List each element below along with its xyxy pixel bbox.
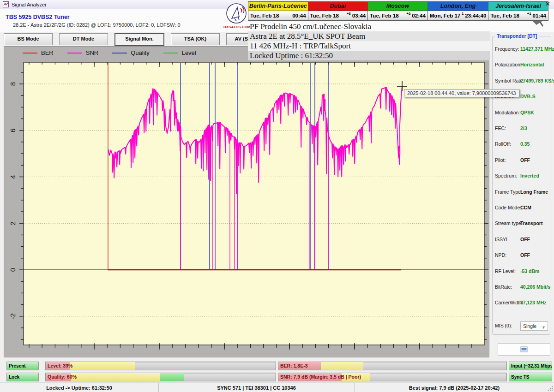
input-rate-box: Input (~32,31 Mbps) [509, 362, 552, 370]
tp-label: Stream type: [495, 220, 523, 226]
legend-label: Quality [131, 49, 149, 56]
tp-row-polarization-: Polarization:Horizontal [495, 62, 549, 68]
clock-city: Berlin-Paris-Lučenec [248, 2, 308, 11]
tp-label: Code Mode: [495, 205, 521, 210]
legend-item-ber: BER [23, 49, 54, 56]
mis-value: Single [523, 323, 536, 329]
clock-jerusalem-israel: Jerusalem-IsraelTue, Feb 18+101:44 [488, 1, 548, 21]
clock-utc-offset: +1 [527, 12, 531, 16]
mis-select[interactable]: Single ▼ [520, 321, 548, 331]
tp-label: Symbol Rate: [495, 78, 524, 83]
clock-city: Moscow [368, 2, 428, 11]
tp-label: Spectrum: [495, 173, 517, 178]
ber-seg-yellow [321, 362, 363, 370]
clock-london-eng: London, EngMon, Feb 17-123:44:40 [428, 1, 489, 21]
tp-label: Modulation: [495, 110, 520, 115]
legend-label: Level [182, 49, 196, 56]
quality-seg-yellow [71, 373, 160, 381]
tp-label: Frame Type: [495, 189, 522, 195]
tp-value: QPSK [520, 110, 534, 115]
tp-value: 37,123 MHz [520, 300, 547, 305]
signal-analyzer-window: { "app": {"title": "Signal Analyzer", "c… [0, 0, 554, 392]
tp-row-rolloff-: RollOff:0.35 [495, 141, 549, 148]
clock-utc-offset: +3 [347, 12, 351, 16]
snr-meter: SNR: 7,9 dB (Margin: 3,5 dB | Poor) [278, 373, 507, 381]
mis-label: MIS (0): [495, 323, 512, 328]
tp-value: Inverted [520, 173, 539, 178]
satellite-dish-logo-icon [225, 3, 247, 24]
level-seg-yellow [70, 362, 135, 370]
world-clocks: Berlin-Paris-LučenecTue, Feb 1800:44Duba… [248, 1, 548, 21]
legend-swatch [67, 53, 82, 53]
clock-berlin-paris-lu-enec: Berlin-Paris-LučenecTue, Feb 1800:44 [248, 1, 308, 21]
chart-legend: BERSNRQualityLevel [23, 49, 196, 56]
tp-label: Pilot: [495, 157, 506, 163]
clock-date: Tue, Feb 18 [310, 13, 347, 18]
header-line-freq: 11 426 MHz-H : TRP/TalkSport [248, 41, 490, 51]
tp-label: CarrierWidth: [495, 300, 524, 305]
clock-city: Jerusalem-Israel [488, 2, 548, 11]
quality-seg-green [160, 373, 184, 381]
clock-time: 02:44 [412, 13, 425, 18]
window-title: Signal Analyzer [12, 2, 47, 7]
tp-row-stream-type-: Stream type:Transport [495, 220, 549, 227]
level-meter: Level: 39% [45, 362, 276, 370]
tp-value: 40,206 Mbit/s [520, 284, 550, 290]
tp-row-bitrate-: BitRate:40,206 Mbit/s [495, 284, 549, 291]
ber-meter: BER: 1,8E-3 [278, 362, 507, 370]
tp-label: BitRate: [495, 284, 512, 290]
header-line-beam: Astra 2E at 28.5°E_UK SPOT Beam [248, 31, 490, 41]
tp-value: -53 dBm [520, 268, 539, 274]
tab-bs-mode[interactable]: BS Mode [4, 33, 53, 45]
legend-item-level: Level [163, 49, 196, 56]
y-tick-label: -2 [9, 313, 17, 319]
clock-utc-offset: -1 [460, 12, 464, 16]
tp-row-carrierwidth-: CarrierWidth:37,123 MHz [495, 300, 549, 306]
tp-row-issyi: ISSYIOFF [495, 237, 549, 243]
tp-label: RF Level: [495, 268, 516, 274]
clock-date: Tue, Feb 18 [250, 13, 291, 18]
tp-label: NPD: [495, 252, 506, 258]
clock-time: 23:44:40 [465, 13, 486, 18]
tp-label: RollOff: [495, 141, 511, 147]
clock-time: 00:44 [292, 13, 306, 18]
tab-dt-mode[interactable]: DT Mode [59, 33, 108, 45]
clock-date: Tue, Feb 18 [370, 13, 406, 18]
tp-row-symbol-rate-: Symbol Rate:27499,789 KS/s [495, 78, 549, 84]
y-tick-label: 6 [9, 129, 17, 132]
list-icon [520, 346, 528, 352]
legend-swatch [23, 53, 37, 53]
mode-tabs: BS ModeDT ModeSignal Mon.TSA (OK)AV (Sto… [4, 33, 275, 46]
antenna-header: PF Prodelin 450 cm/Lučenec-Slovakia Astr… [248, 22, 490, 60]
clock-date: Mon, Feb 17 [430, 13, 460, 18]
header-line-uptime: Locked Uptime : 61:32:50 [248, 51, 490, 60]
legend-label: BER [41, 49, 54, 56]
tp-label: FEC: [495, 125, 506, 131]
clock-time: 01:44 [533, 13, 546, 18]
logo-text: DXSATCS.COM [223, 25, 249, 29]
lock-indicator: Lock [6, 373, 39, 381]
panel-tool-button[interactable] [498, 343, 550, 356]
dxsatcs-logo: DXSATCS.COM [223, 3, 249, 29]
legend-label: SNR [86, 49, 98, 56]
tp-row-modulation-: Modulation:QPSK [495, 110, 549, 116]
tuner-detail: 28.2E - Astra 2E/2F/2G (ID: 0282) @ LOF1… [13, 22, 181, 28]
resize-grip[interactable] [548, 386, 553, 391]
clock-city: London, Eng [428, 2, 488, 11]
tp-value: OFF [520, 252, 530, 258]
transponder-title: Transponder [DT] [495, 33, 539, 39]
tp-value: OFF [520, 157, 530, 163]
tab-tsa-ok-[interactable]: TSA (OK) [171, 33, 220, 45]
clock-city: Dubai [308, 2, 368, 11]
tp-label: Frequency: [495, 46, 519, 52]
level-meter-label: Level: 39% [48, 362, 72, 370]
tp-value: Horizontal [520, 62, 544, 67]
close-icon[interactable]: ✕ [545, 0, 550, 7]
status-uptime: Locked -> Uptime: 61:32:50 [0, 383, 159, 392]
tp-row-spectrum-: Spectrum:Inverted [495, 173, 549, 179]
clock-dubai: DubaiTue, Feb 18+303:44 [308, 1, 368, 21]
tp-value: OFF [520, 237, 530, 242]
tab-signal-mon-[interactable]: Signal Mon. [114, 33, 164, 46]
status-sync-counts: SYNC 571 | TEI 38301 | CC 10346 [159, 383, 355, 392]
legend-swatch [112, 53, 127, 53]
